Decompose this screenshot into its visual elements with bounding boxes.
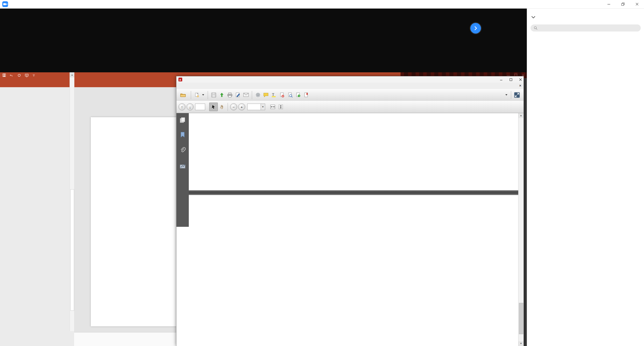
zoom-in-button[interactable]: + <box>238 103 245 110</box>
search-participants-input[interactable] <box>531 24 641 32</box>
scroll-up-icon[interactable]: ▲ <box>70 72 74 77</box>
save-icon[interactable] <box>3 74 6 77</box>
hand-tool-button[interactable] <box>218 103 226 111</box>
toolbar-close-icon[interactable]: ✕ <box>519 83 522 89</box>
scroll-down-icon[interactable]: ▼ <box>518 341 524 346</box>
bookmark-document-icon[interactable] <box>302 91 310 99</box>
quick-access-toolbar <box>3 72 35 78</box>
page-gap-divider <box>189 190 518 195</box>
svg-text:T: T <box>272 92 274 97</box>
restore-icon[interactable] <box>616 0 630 8</box>
ribbon-tabs <box>0 78 176 87</box>
acrobat-window: ✕ T <box>176 76 524 346</box>
document-history-icon[interactable] <box>294 91 302 99</box>
fit-page-button[interactable] <box>277 103 285 111</box>
screen: — ✕ ▲ <box>0 0 644 346</box>
bookmarks-icon[interactable] <box>179 131 186 138</box>
slide-editing-area <box>74 87 176 332</box>
pdf-scrollbar[interactable]: ▲ ▼ <box>518 113 524 346</box>
acrobat-menubar: ✕ <box>176 83 524 89</box>
zoom-level-input[interactable] <box>247 104 261 110</box>
delete-pages-icon[interactable] <box>278 91 286 99</box>
undo-icon[interactable] <box>10 74 13 77</box>
search-icon <box>534 26 538 30</box>
customize-button[interactable] <box>502 93 509 97</box>
acrobat-maximize-icon[interactable] <box>509 78 512 81</box>
pdf-page <box>189 113 518 346</box>
create-button[interactable] <box>193 92 206 98</box>
next-page-button[interactable]: ↓ <box>187 103 194 110</box>
acrobat-toolbar-nav: ↑ ↓ − + ▼ <box>176 101 524 113</box>
thumbnail-scrollbar-thumb[interactable] <box>70 189 74 311</box>
page-thumbnails-icon[interactable] <box>179 117 186 123</box>
scroll-up-icon[interactable]: ▲ <box>518 113 524 118</box>
comment-bubble-icon[interactable] <box>262 91 270 99</box>
zoom-app-icon <box>2 1 8 7</box>
email-icon[interactable] <box>242 91 250 99</box>
zoom-dropdown-icon[interactable]: ▼ <box>261 104 265 110</box>
zoom-video-area <box>0 8 527 72</box>
signatures-icon[interactable] <box>179 163 186 169</box>
highlight-text-icon[interactable]: T <box>270 91 278 99</box>
current-slide[interactable] <box>91 117 176 326</box>
acrobat-close-icon[interactable] <box>519 78 522 81</box>
selection-tool-button[interactable] <box>209 103 218 111</box>
notes-pane[interactable] <box>74 332 176 346</box>
expand-toolbar-icon[interactable] <box>513 91 521 99</box>
collapse-panel-icon[interactable] <box>531 15 536 19</box>
minimize-icon[interactable] <box>602 0 616 8</box>
document-viewport: ▲ ▼ <box>176 113 524 346</box>
zoom-out-button[interactable]: − <box>230 103 237 110</box>
pdf-scrollbar-thumb[interactable] <box>519 303 523 334</box>
page-number-input[interactable] <box>195 104 205 110</box>
attachments-icon[interactable] <box>179 146 186 153</box>
redo-icon[interactable] <box>17 74 21 77</box>
slide-thumbnail-panel <box>0 87 74 346</box>
acrobat-titlebar <box>176 76 524 83</box>
acrobat-minimize-icon[interactable] <box>500 78 503 81</box>
search-document-icon[interactable] <box>286 91 294 99</box>
previous-page-button[interactable]: ↑ <box>178 103 186 110</box>
slideshow-icon[interactable] <box>25 74 28 77</box>
pdf-file-icon <box>178 78 182 81</box>
print-icon[interactable] <box>226 91 234 99</box>
navigation-pane <box>176 113 189 227</box>
thumbnail-scrollbar[interactable]: ▲ <box>70 72 74 331</box>
sign-document-icon[interactable] <box>234 91 242 99</box>
zoom-window-titlebar <box>0 0 644 9</box>
upload-cloud-icon[interactable] <box>218 91 226 99</box>
fit-width-button[interactable] <box>269 103 277 111</box>
participants-panel <box>527 8 644 346</box>
qat-customize-icon[interactable] <box>33 74 35 76</box>
gear-icon[interactable] <box>254 91 262 99</box>
acrobat-toolbar-main: T <box>176 89 524 101</box>
next-participants-button[interactable] <box>470 23 481 34</box>
open-button[interactable] <box>178 92 189 98</box>
close-icon[interactable] <box>630 0 644 8</box>
save-file-icon[interactable] <box>210 91 218 99</box>
